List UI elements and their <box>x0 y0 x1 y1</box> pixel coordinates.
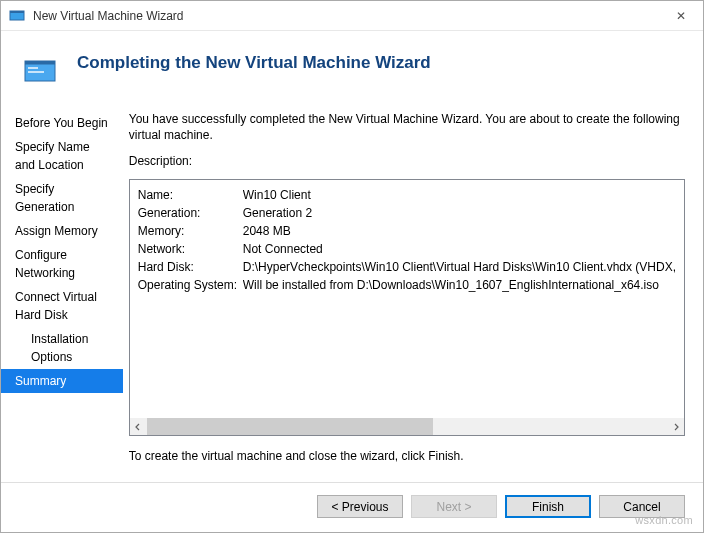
description-row: Network:Not Connected <box>138 240 676 258</box>
chevron-left-icon <box>134 423 142 431</box>
svg-rect-3 <box>25 61 55 65</box>
close-icon: ✕ <box>676 9 686 23</box>
wizard-content: You have successfully completed the New … <box>123 99 703 482</box>
description-row: Generation:Generation 2 <box>138 204 676 222</box>
page-title: Completing the New Virtual Machine Wizar… <box>77 53 431 73</box>
wizard-header: Completing the New Virtual Machine Wizar… <box>1 31 703 99</box>
description-row: Name:Win10 Client <box>138 186 676 204</box>
closing-text: To create the virtual machine and close … <box>129 448 685 464</box>
sidebar-step-0[interactable]: Before You Begin <box>1 111 123 135</box>
svg-rect-4 <box>28 67 38 69</box>
sidebar-step-3[interactable]: Assign Memory <box>1 219 123 243</box>
description-row: Operating System:Will be installed from … <box>138 276 676 294</box>
cancel-button[interactable]: Cancel <box>599 495 685 518</box>
scroll-track[interactable] <box>147 418 667 435</box>
sidebar-step-5[interactable]: Connect Virtual Hard Disk <box>1 285 123 327</box>
chevron-right-icon <box>672 423 680 431</box>
description-value: Will be installed from D:\Downloads\Win1… <box>243 276 676 294</box>
sidebar-step-7[interactable]: Summary <box>1 369 123 393</box>
sidebar-step-4[interactable]: Configure Networking <box>1 243 123 285</box>
wizard-window: New Virtual Machine Wizard ✕ Completing … <box>0 0 704 533</box>
wizard-header-icon <box>23 57 59 85</box>
svg-rect-1 <box>10 11 24 13</box>
description-label: Description: <box>129 153 685 169</box>
wizard-body: Before You BeginSpecify Name and Locatio… <box>1 99 703 482</box>
wizard-steps-sidebar: Before You BeginSpecify Name and Locatio… <box>1 99 123 482</box>
description-key: Generation: <box>138 204 243 222</box>
scroll-right-button[interactable] <box>667 418 684 435</box>
wizard-footer: < Previous Next > Finish Cancel <box>1 482 703 532</box>
finish-button[interactable]: Finish <box>505 495 591 518</box>
description-value: Generation 2 <box>243 204 676 222</box>
sidebar-step-2[interactable]: Specify Generation <box>1 177 123 219</box>
description-box: Name:Win10 ClientGeneration:Generation 2… <box>129 179 685 436</box>
sidebar-step-1[interactable]: Specify Name and Location <box>1 135 123 177</box>
description-key: Operating System: <box>138 276 243 294</box>
description-key: Memory: <box>138 222 243 240</box>
scroll-thumb[interactable] <box>147 418 433 435</box>
horizontal-scrollbar[interactable] <box>130 418 684 435</box>
svg-rect-5 <box>28 71 44 73</box>
app-icon <box>9 8 25 24</box>
next-button: Next > <box>411 495 497 518</box>
scroll-left-button[interactable] <box>130 418 147 435</box>
description-key: Name: <box>138 186 243 204</box>
description-row: Hard Disk:D:\HyperVcheckpoints\Win10 Cli… <box>138 258 676 276</box>
previous-button[interactable]: < Previous <box>317 495 403 518</box>
description-value: Win10 Client <box>243 186 676 204</box>
intro-text: You have successfully completed the New … <box>129 111 685 143</box>
close-button[interactable]: ✕ <box>658 1 703 31</box>
sidebar-step-6[interactable]: Installation Options <box>1 327 123 369</box>
window-title: New Virtual Machine Wizard <box>33 9 184 23</box>
description-key: Network: <box>138 240 243 258</box>
description-value: Not Connected <box>243 240 676 258</box>
description-row: Memory:2048 MB <box>138 222 676 240</box>
description-value: 2048 MB <box>243 222 676 240</box>
titlebar: New Virtual Machine Wizard ✕ <box>1 1 703 31</box>
description-key: Hard Disk: <box>138 258 243 276</box>
description-value: D:\HyperVcheckpoints\Win10 Client\Virtua… <box>243 258 676 276</box>
description-rows: Name:Win10 ClientGeneration:Generation 2… <box>130 180 684 298</box>
